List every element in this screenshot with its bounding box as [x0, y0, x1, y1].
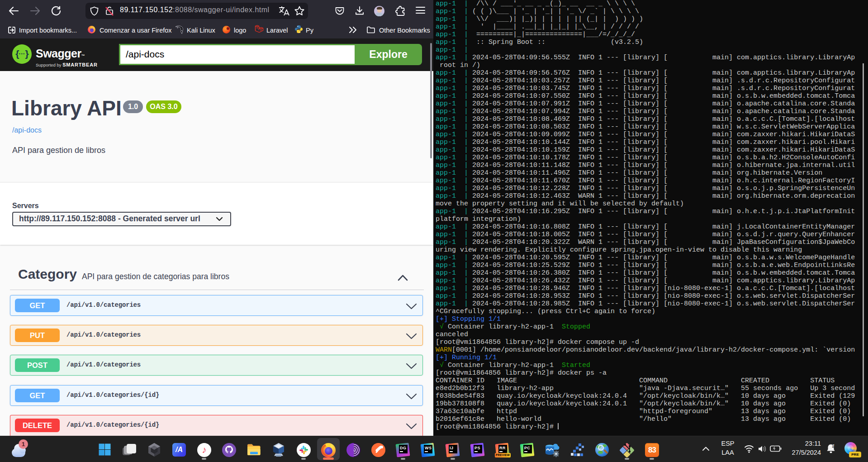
svg-text:z: z: [833, 443, 835, 447]
